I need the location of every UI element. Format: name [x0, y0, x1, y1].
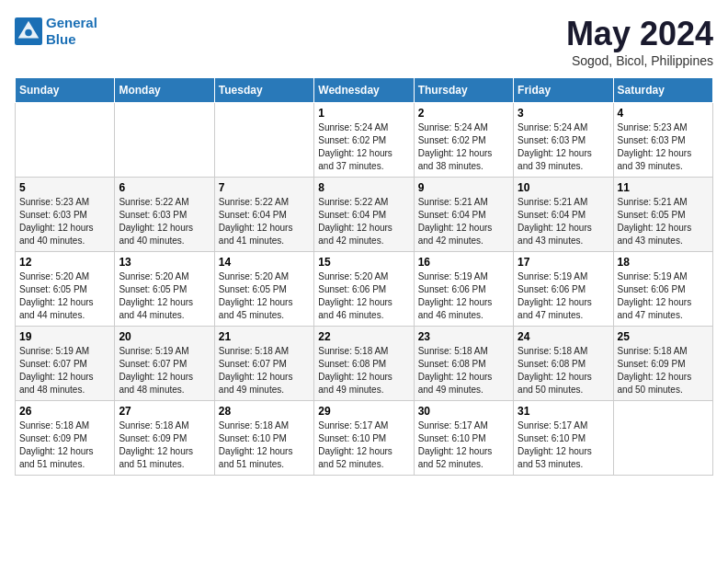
day-info: Sunrise: 5:18 AM Sunset: 6:07 PM Dayligh…: [219, 345, 310, 396]
calendar-cell: 22Sunrise: 5:18 AM Sunset: 6:08 PM Dayli…: [314, 327, 414, 401]
weekday-header-monday: Monday: [115, 78, 214, 103]
calendar-cell: 26Sunrise: 5:18 AM Sunset: 6:09 PM Dayli…: [16, 401, 115, 476]
logo-line1: General: [46, 15, 97, 30]
day-info: Sunrise: 5:22 AM Sunset: 6:03 PM Dayligh…: [119, 196, 210, 247]
day-info: Sunrise: 5:20 AM Sunset: 6:05 PM Dayligh…: [219, 270, 310, 322]
calendar-cell: 10Sunrise: 5:21 AM Sunset: 6:04 PM Dayli…: [514, 178, 613, 252]
day-info: Sunrise: 5:22 AM Sunset: 6:04 PM Dayligh…: [318, 196, 409, 247]
day-number: 31: [518, 405, 609, 418]
day-info: Sunrise: 5:19 AM Sunset: 6:06 PM Dayligh…: [418, 270, 509, 322]
calendar-cell: 15Sunrise: 5:20 AM Sunset: 6:06 PM Dayli…: [314, 252, 414, 327]
calendar-cell: 11Sunrise: 5:21 AM Sunset: 6:05 PM Dayli…: [613, 178, 712, 252]
calendar-cell: 14Sunrise: 5:20 AM Sunset: 6:05 PM Dayli…: [214, 252, 313, 327]
day-number: 24: [518, 330, 609, 343]
day-number: 14: [219, 256, 310, 269]
title-area: May 2024 Sogod, Bicol, Philippines: [566, 15, 713, 68]
calendar-cell: 9Sunrise: 5:21 AM Sunset: 6:04 PM Daylig…: [414, 178, 513, 252]
calendar-cell: 1Sunrise: 5:24 AM Sunset: 6:02 PM Daylig…: [314, 103, 414, 178]
logo-line2: Blue: [46, 31, 76, 47]
day-number: 4: [618, 107, 709, 120]
day-number: 3: [518, 107, 609, 120]
weekday-header-friday: Friday: [514, 78, 613, 103]
day-number: 11: [618, 181, 709, 194]
day-info: Sunrise: 5:18 AM Sunset: 6:09 PM Dayligh…: [19, 419, 110, 471]
day-info: Sunrise: 5:18 AM Sunset: 6:08 PM Dayligh…: [418, 345, 509, 396]
logo-text: General Blue: [46, 15, 97, 48]
day-info: Sunrise: 5:19 AM Sunset: 6:06 PM Dayligh…: [518, 270, 609, 322]
day-number: 15: [318, 256, 409, 269]
calendar-cell: 8Sunrise: 5:22 AM Sunset: 6:04 PM Daylig…: [314, 178, 414, 252]
day-info: Sunrise: 5:20 AM Sunset: 6:05 PM Dayligh…: [19, 270, 110, 322]
day-info: Sunrise: 5:23 AM Sunset: 6:03 PM Dayligh…: [618, 121, 709, 173]
day-info: Sunrise: 5:17 AM Sunset: 6:10 PM Dayligh…: [418, 419, 509, 471]
day-number: 7: [219, 181, 310, 194]
day-info: Sunrise: 5:24 AM Sunset: 6:03 PM Dayligh…: [518, 121, 609, 173]
calendar-cell: 21Sunrise: 5:18 AM Sunset: 6:07 PM Dayli…: [214, 327, 313, 401]
calendar-cell: 2Sunrise: 5:24 AM Sunset: 6:02 PM Daylig…: [414, 103, 513, 178]
calendar-cell: 24Sunrise: 5:18 AM Sunset: 6:08 PM Dayli…: [514, 327, 613, 401]
day-number: 30: [418, 405, 509, 418]
calendar-cell: 4Sunrise: 5:23 AM Sunset: 6:03 PM Daylig…: [613, 103, 712, 178]
day-info: Sunrise: 5:20 AM Sunset: 6:05 PM Dayligh…: [119, 270, 210, 322]
calendar-cell: 18Sunrise: 5:19 AM Sunset: 6:06 PM Dayli…: [613, 252, 712, 327]
day-number: 21: [219, 330, 310, 343]
calendar-cell: 12Sunrise: 5:20 AM Sunset: 6:05 PM Dayli…: [16, 252, 115, 327]
calendar-cell: 27Sunrise: 5:18 AM Sunset: 6:09 PM Dayli…: [115, 401, 214, 476]
day-number: 20: [119, 330, 210, 343]
calendar-cell: 20Sunrise: 5:19 AM Sunset: 6:07 PM Dayli…: [115, 327, 214, 401]
day-number: 29: [318, 405, 409, 418]
day-number: 10: [518, 181, 609, 194]
calendar-cell: 17Sunrise: 5:19 AM Sunset: 6:06 PM Dayli…: [514, 252, 613, 327]
day-number: 19: [19, 330, 110, 343]
calendar-cell: 16Sunrise: 5:19 AM Sunset: 6:06 PM Dayli…: [414, 252, 513, 327]
day-info: Sunrise: 5:20 AM Sunset: 6:06 PM Dayligh…: [318, 270, 409, 322]
day-info: Sunrise: 5:21 AM Sunset: 6:05 PM Dayligh…: [618, 196, 709, 247]
month-title: May 2024: [566, 15, 713, 53]
day-info: Sunrise: 5:18 AM Sunset: 6:08 PM Dayligh…: [518, 345, 609, 396]
day-number: 28: [219, 405, 310, 418]
day-number: 27: [119, 405, 210, 418]
calendar-cell: 29Sunrise: 5:17 AM Sunset: 6:10 PM Dayli…: [314, 401, 414, 476]
calendar-cell: 23Sunrise: 5:18 AM Sunset: 6:08 PM Dayli…: [414, 327, 513, 401]
calendar-cell: [115, 103, 214, 178]
day-number: 6: [119, 181, 210, 194]
day-info: Sunrise: 5:18 AM Sunset: 6:08 PM Dayligh…: [318, 345, 409, 396]
weekday-header-wednesday: Wednesday: [314, 78, 414, 103]
calendar-cell: 13Sunrise: 5:20 AM Sunset: 6:05 PM Dayli…: [115, 252, 214, 327]
day-info: Sunrise: 5:19 AM Sunset: 6:07 PM Dayligh…: [119, 345, 210, 396]
day-info: Sunrise: 5:18 AM Sunset: 6:09 PM Dayligh…: [119, 419, 210, 471]
calendar-cell: 5Sunrise: 5:23 AM Sunset: 6:03 PM Daylig…: [16, 178, 115, 252]
day-number: 23: [418, 330, 509, 343]
calendar-cell: 30Sunrise: 5:17 AM Sunset: 6:10 PM Dayli…: [414, 401, 513, 476]
day-number: 12: [19, 256, 110, 269]
logo: General Blue: [15, 15, 97, 48]
day-number: 13: [119, 256, 210, 269]
day-number: 16: [418, 256, 509, 269]
calendar-cell: 7Sunrise: 5:22 AM Sunset: 6:04 PM Daylig…: [214, 178, 313, 252]
day-info: Sunrise: 5:17 AM Sunset: 6:10 PM Dayligh…: [518, 419, 609, 471]
calendar-cell: 3Sunrise: 5:24 AM Sunset: 6:03 PM Daylig…: [514, 103, 613, 178]
calendar-cell: [613, 401, 712, 476]
weekday-header-saturday: Saturday: [613, 78, 712, 103]
day-info: Sunrise: 5:21 AM Sunset: 6:04 PM Dayligh…: [418, 196, 509, 247]
day-info: Sunrise: 5:18 AM Sunset: 6:09 PM Dayligh…: [618, 345, 709, 396]
day-number: 17: [518, 256, 609, 269]
day-info: Sunrise: 5:17 AM Sunset: 6:10 PM Dayligh…: [318, 419, 409, 471]
day-number: 5: [19, 181, 110, 194]
calendar-cell: 6Sunrise: 5:22 AM Sunset: 6:03 PM Daylig…: [115, 178, 214, 252]
day-number: 22: [318, 330, 409, 343]
calendar-cell: [16, 103, 115, 178]
svg-point-2: [25, 29, 32, 37]
day-info: Sunrise: 5:19 AM Sunset: 6:06 PM Dayligh…: [618, 270, 709, 322]
day-number: 25: [618, 330, 709, 343]
location: Sogod, Bicol, Philippines: [566, 53, 713, 68]
day-info: Sunrise: 5:24 AM Sunset: 6:02 PM Dayligh…: [418, 121, 509, 173]
calendar-cell: 25Sunrise: 5:18 AM Sunset: 6:09 PM Dayli…: [613, 327, 712, 401]
day-number: 1: [318, 107, 409, 120]
day-number: 2: [418, 107, 509, 120]
day-number: 9: [418, 181, 509, 194]
day-number: 18: [618, 256, 709, 269]
logo-icon: [15, 17, 42, 45]
calendar-cell: 19Sunrise: 5:19 AM Sunset: 6:07 PM Dayli…: [16, 327, 115, 401]
weekday-header-tuesday: Tuesday: [214, 78, 313, 103]
